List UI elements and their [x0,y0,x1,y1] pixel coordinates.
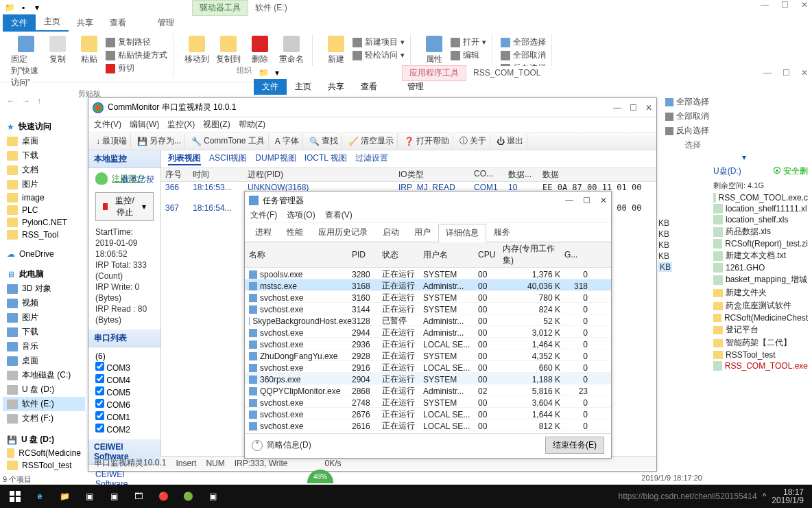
move-to[interactable]: 移动到 [182,36,212,65]
process-row[interactable]: svchost.exe2676正在运行LOCAL SE...001,644 K0 [245,408,611,419]
menu-item[interactable]: 视图(Z) [203,119,230,130]
select-none[interactable]: 全部取消 [665,111,720,122]
nav-item[interactable]: 桌面 [3,134,85,148]
toolbar-button[interactable]: 💾另存为... [134,134,185,148]
file-item[interactable]: 智能药架【二代】 [709,336,812,349]
copy-to[interactable]: 复制到 [213,36,243,65]
process-row[interactable]: svchost.exe2748正在运行SYSTEM003,604 K0 [245,396,611,408]
app-icon-3[interactable]: 🗔 [126,487,151,506]
toolbar-button[interactable]: 🧹清空显示 [345,134,398,148]
edit[interactable]: 编辑 [451,49,486,62]
start-button[interactable] [3,487,27,506]
view-tab[interactable]: 列表视图 [168,152,201,165]
file-item[interactable]: RSS_COM_TOOL.exe.c [709,192,812,203]
chevron-down-icon[interactable]: ▾ [742,152,746,162]
tab-home[interactable]: 主页 [36,13,69,32]
select-none[interactable]: 全部取消 [501,49,546,62]
port-checkbox[interactable]: COM3 [95,361,154,373]
file-item[interactable]: 药盒底座测试软件 [709,299,812,312]
new-folder[interactable]: 新建 [321,36,351,65]
file-item[interactable]: location_shelf11111.xl [709,203,812,214]
toolbar-button[interactable]: ⏻退出 [493,134,527,148]
toolbar-button[interactable]: A字体 [272,134,303,148]
cut[interactable]: 剪切 [106,62,167,75]
nav-item[interactable]: image [3,192,85,204]
process-row[interactable]: svchost.exe2616正在运行LOCAL SE...00812 K0 [245,419,611,431]
tab-share[interactable]: 共享 [69,14,102,32]
port-checkbox[interactable]: COM5 [95,386,154,398]
menu-item[interactable]: 文件(V) [94,119,121,130]
maximize-button[interactable]: ☐ [781,0,789,10]
tab-share[interactable]: 共享 [320,79,353,95]
app-icon-2[interactable]: ▣ [102,487,126,506]
tab[interactable]: 性能 [279,223,311,242]
rename[interactable]: 重命名 [276,36,307,65]
menu-item[interactable]: 文件(F) [250,209,277,222]
file-item[interactable]: RSSTool_test [709,349,812,360]
nav-item[interactable]: 桌面 [3,354,85,368]
menu-item[interactable]: 帮助(Z) [239,119,265,130]
copy-button[interactable]: 复制 [43,36,73,89]
minimize-button[interactable]: — [565,196,573,205]
edge-icon[interactable]: e [27,487,52,506]
end-task-button[interactable]: 结束任务(E) [545,437,604,454]
tab[interactable]: 服务 [486,223,518,242]
maximize-button[interactable]: ☐ [630,103,637,113]
toolbar-button[interactable]: 🔧CommTone 工具 [188,134,269,148]
minimize-button[interactable]: — [763,68,772,78]
tab-view[interactable]: 查看 [353,79,385,95]
up-button[interactable]: ↑ [37,96,41,106]
port-checkbox[interactable]: COM1 [95,411,154,423]
nav-item[interactable]: PylonC.NET [3,216,85,229]
nav-item[interactable]: 图片 [3,177,85,192]
new-item[interactable]: 新建项目 ▾ [353,36,405,49]
app-icon-1[interactable]: ▣ [77,487,102,506]
app-icon-6[interactable]: ▣ [200,487,225,506]
file-item[interactable]: 新建文件夹 [709,286,812,299]
process-row[interactable]: ZhuDongFangYu.exe2928正在运行SYSTEM004,352 K… [245,349,611,361]
nav-item[interactable]: 文档 [3,163,85,177]
clock[interactable]: 18:17 2019/1/9 [772,488,804,505]
view-tab[interactable]: IOCTL 视图 [304,152,347,165]
menu-item[interactable]: 监控(X) [167,119,195,130]
toolbar-button[interactable]: 🔍查找 [306,134,342,148]
copy-path[interactable]: 复制路径 [106,36,167,49]
maximize-button[interactable]: ☐ [783,68,790,78]
nav-item[interactable]: 本地磁盘 (C:) [3,368,85,382]
nav-item[interactable]: 3D 对象 [3,281,85,296]
nav-item[interactable]: 图片 [3,310,85,325]
close-button[interactable]: ✕ [645,103,652,113]
tab[interactable]: 用户 [407,223,438,242]
tab-view[interactable]: 查看 [102,14,134,32]
file-item[interactable]: 药品数据.xls [709,225,812,238]
process-row[interactable]: mstsc.exe3168正在运行Administr...0040,036 K3… [245,279,611,291]
open[interactable]: 打开 ▾ [451,36,486,49]
process-row[interactable]: svchost.exe2944正在运行Administr...003,012 K… [245,326,611,338]
maximize-button[interactable]: ☐ [583,196,590,205]
process-row[interactable]: SkypeBackgroundHost.exe3128已暂停Administr.… [245,314,611,326]
file-item[interactable]: RCSoft(Report)_test.zi [709,238,812,249]
close-button[interactable]: ✕ [801,0,808,10]
view-tab[interactable]: DUMP视图 [255,152,296,165]
app-icon-5[interactable]: 🟢 [176,487,200,506]
nav-item[interactable]: RSSTool_test [3,459,85,472]
tab[interactable]: 启动 [375,223,407,242]
nav-item[interactable]: 软件 (E:) [3,397,85,411]
toolbar-button[interactable]: ↓最顶端 [93,134,131,148]
menu-item[interactable]: 选项(O) [287,209,315,222]
close-button[interactable]: ✕ [801,68,808,78]
version-compare[interactable]: 版本比较 [121,174,154,184]
tab-file[interactable]: 文件 [3,14,36,32]
this-pc[interactable]: 🖥此电脑 [3,267,85,281]
minimize-button[interactable]: — [761,0,769,10]
file-item[interactable]: basket_mapping_增城 [709,273,812,286]
file-item[interactable]: RSS_COM_TOOL.exe [709,360,812,371]
file-item[interactable]: 1261.GHO [709,262,812,273]
menu-item[interactable]: 编辑(W) [130,119,159,130]
tab-file[interactable]: 文件 [254,79,287,95]
explorer-icon[interactable]: 📁 [52,487,77,506]
tab[interactable]: 详细信息 [438,224,486,242]
file-item[interactable]: 登记平台 [709,323,812,336]
nav-item[interactable]: RCSoft(Medicine [3,447,85,459]
file-item[interactable]: 新建文本文档.txt [709,249,812,262]
